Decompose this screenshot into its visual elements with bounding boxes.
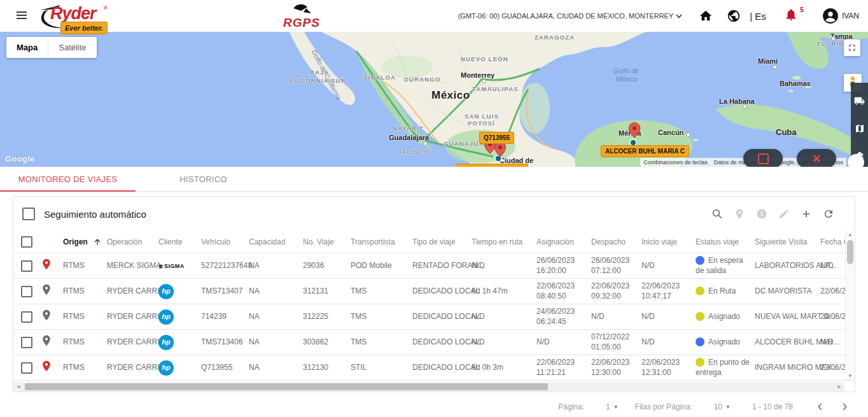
select-all-checkbox[interactable] xyxy=(21,236,32,248)
language-label[interactable]: | Es xyxy=(750,11,766,22)
vehicles-layer-button[interactable] xyxy=(854,95,865,106)
auto-tracking-checkbox[interactable] xyxy=(22,208,35,220)
column-header-vehiculo[interactable]: Vehículo xyxy=(201,237,249,246)
row-pin-cell[interactable] xyxy=(40,334,63,350)
table-row[interactable]: RTMS RYDER CARRIZ... hp TMS713407 NA 312… xyxy=(13,279,853,304)
scroll-down-arrow[interactable]: ▼ xyxy=(846,372,855,380)
column-header-despacho[interactable]: Despacho xyxy=(591,237,641,246)
hamburger-menu-icon[interactable] xyxy=(17,11,27,19)
row-pin-cell[interactable] xyxy=(40,309,63,325)
row-pin-cell[interactable] xyxy=(40,283,63,299)
scroll-up-arrow[interactable]: ▲ xyxy=(846,231,855,239)
language-globe-button[interactable] xyxy=(727,9,741,23)
column-header-origen[interactable]: Origen xyxy=(63,237,107,246)
locate-button[interactable] xyxy=(734,208,745,220)
home-button[interactable] xyxy=(699,9,713,23)
search-button[interactable] xyxy=(711,208,723,220)
row-checkbox[interactable] xyxy=(21,337,32,348)
cell-no-viaje: 312131 xyxy=(303,286,351,297)
close-map-button[interactable]: ✕ xyxy=(797,149,836,167)
column-header-cliente[interactable]: Cliente xyxy=(158,237,201,246)
timezone-selector[interactable]: (GMT-06: 00) GUADALAJARA, CIUDAD DE MÉXI… xyxy=(458,12,683,20)
table-row[interactable]: RTMS RYDER CARRIZ... hp Q713955 NA 31213… xyxy=(13,355,853,381)
row-pin-cell[interactable] xyxy=(40,258,63,274)
avatar xyxy=(822,8,839,24)
map-view-button[interactable] xyxy=(855,124,865,134)
horizontal-scroll-thumb[interactable] xyxy=(25,383,548,390)
caret-down-icon: ▼ xyxy=(725,404,731,410)
page-label: Página: xyxy=(558,402,584,411)
tab-historico[interactable]: HISTORICO xyxy=(136,167,271,191)
rgps-bird-icon xyxy=(292,3,318,16)
cell-cliente: SIGMA xyxy=(158,261,201,271)
map-type-satellite-button[interactable]: Satélite xyxy=(48,37,96,58)
table-row[interactable]: RTMS MERCK SIGMA-... SIGMA 527221237648 … xyxy=(13,253,853,279)
column-header-asignacion[interactable]: Asignación xyxy=(536,237,591,246)
plus-icon xyxy=(801,208,812,220)
page-select[interactable]: 1▼ xyxy=(606,402,619,411)
map-marker-tag[interactable]: Q713955 xyxy=(479,132,514,144)
map-marker-tag[interactable]: ALCOCER BUHL MARIA C xyxy=(601,145,689,157)
notifications-button[interactable]: 5 xyxy=(784,8,798,24)
scroll-right-arrow[interactable]: ► xyxy=(834,384,844,390)
hp-logo: hp xyxy=(158,335,174,350)
column-header-capacidad[interactable]: Capacidad xyxy=(249,237,303,246)
vertical-scrollbar[interactable]: ▲ ▼ xyxy=(845,231,855,380)
map-place-label: Miami xyxy=(758,57,778,65)
keyboard-shortcuts-link[interactable]: Combinaciones de teclas xyxy=(640,158,711,167)
cell-tiempo-en-ruta: N/D xyxy=(472,337,536,348)
horizontal-scrollbar[interactable]: ◄ ► xyxy=(13,382,844,392)
row-checkbox[interactable] xyxy=(21,311,32,323)
location-pin-icon xyxy=(734,208,745,220)
column-header-no-viaje[interactable]: No. Viaje xyxy=(303,237,351,246)
cell-operacion: RYDER CARRIZ... xyxy=(107,312,158,322)
previous-page-button[interactable] xyxy=(811,397,830,416)
stop-tracking-button[interactable] xyxy=(743,149,783,167)
notification-badge: 5 xyxy=(800,6,804,13)
edit-button[interactable] xyxy=(778,208,790,220)
column-header-tipo-de-viaje[interactable]: Tipo de viaje xyxy=(412,237,472,246)
row-pin-cell[interactable] xyxy=(40,360,63,376)
info-button[interactable] xyxy=(756,208,767,220)
cell-operacion: RYDER CARRIZ... xyxy=(107,337,158,348)
column-header-operacion[interactable]: Operación xyxy=(107,237,158,246)
column-header-siguiente-visita[interactable]: Siguiente Visita xyxy=(755,237,820,246)
cell-cliente: hp xyxy=(158,284,201,299)
column-header-tiempo-en-ruta[interactable]: Tiempo en ruta xyxy=(472,237,536,246)
map-type-map-button[interactable]: Mapa xyxy=(6,37,48,58)
cell-operacion: RYDER CARRIZ... xyxy=(107,286,158,297)
row-checkbox[interactable] xyxy=(21,362,32,374)
cell-inicio-viaje: N/D xyxy=(641,261,696,271)
cell-cliente: hp xyxy=(158,335,201,350)
home-icon xyxy=(699,9,713,23)
column-header-inicio-viaje[interactable]: Inicio viaje xyxy=(641,237,696,246)
cell-vehiculo: 714239 xyxy=(201,312,249,322)
cell-despacho: N/D xyxy=(591,312,641,322)
table-row[interactable]: RTMS RYDER CARRIZ... hp 714239 NA 312225… xyxy=(13,304,853,330)
map-canvas[interactable]: ZARAGOZATampaFLORIDANUEVO LEÓNGolfo de C… xyxy=(0,32,868,167)
vertical-scroll-thumb[interactable] xyxy=(847,240,853,264)
refresh-button[interactable] xyxy=(823,208,834,220)
cell-no-viaje: 303862 xyxy=(303,337,351,348)
user-menu[interactable]: IVAN xyxy=(822,8,859,24)
map-marker-pin-icon[interactable] xyxy=(626,122,643,141)
row-checkbox[interactable] xyxy=(21,260,32,272)
range-label: 1 - 10 de 78 xyxy=(752,402,793,411)
row-checkbox[interactable] xyxy=(21,286,32,297)
table-row[interactable]: RTMS RYDER CARRIZ... hp TMS713406 NA 303… xyxy=(13,330,853,355)
next-page-button[interactable] xyxy=(835,397,854,416)
info-icon xyxy=(756,208,767,220)
add-button[interactable] xyxy=(801,208,812,220)
column-header-estatus-viaje[interactable]: Estatus viaje xyxy=(696,237,755,246)
bell-icon xyxy=(784,8,798,22)
column-header-transportista[interactable]: Transportista xyxy=(351,237,412,246)
cell-tipo-de-viaje: DEDICADO LOCAL xyxy=(412,363,472,373)
scroll-left-arrow[interactable]: ◄ xyxy=(13,384,24,390)
tab-monitoreo-de-viajes[interactable]: MONITOREO DE VIAJES xyxy=(0,167,136,191)
rows-per-page-select[interactable]: 10▼ xyxy=(714,402,731,411)
status-dot xyxy=(696,256,704,265)
table-body: RTMS MERCK SIGMA-... SIGMA 527221237648 … xyxy=(13,253,853,381)
fullscreen-icon xyxy=(847,43,857,53)
map-extra-button[interactable] xyxy=(848,154,864,167)
fullscreen-button[interactable] xyxy=(844,39,860,56)
